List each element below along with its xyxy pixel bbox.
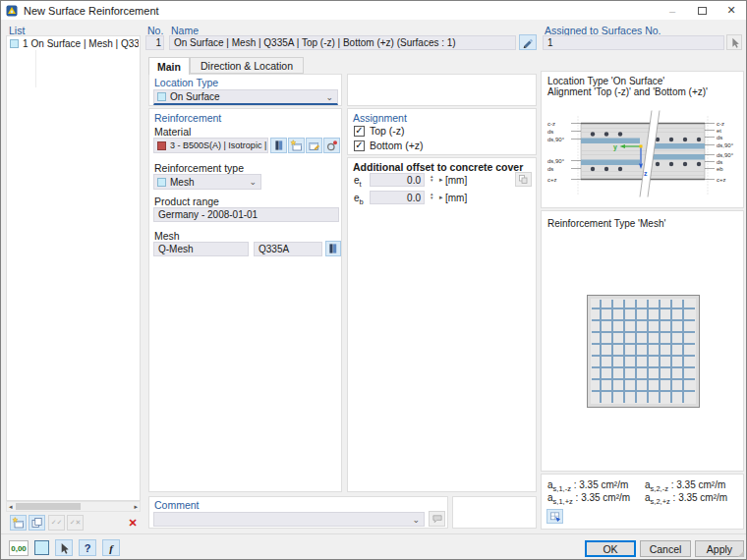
mesh-type-line: Reinforcement Type 'Mesh' xyxy=(547,218,665,229)
delete-item-button[interactable]: ✕ xyxy=(125,515,141,531)
help-icon: ? xyxy=(85,542,91,554)
select-all-button: ✓✓ xyxy=(48,515,65,531)
bottom-checkbox-row[interactable]: ✓ Bottom (+z) xyxy=(354,140,424,151)
comment-panel: Comment ⌄ xyxy=(148,496,448,529)
scroll-left-arrow[interactable]: ◂ xyxy=(9,503,13,511)
check-icon: ✓ xyxy=(355,140,363,150)
deselect-all-icon: ✓✕ xyxy=(70,519,82,527)
display-color-button[interactable] xyxy=(34,540,49,555)
resize-grip[interactable]: ◢ xyxy=(738,549,744,558)
assigned-value: 1 xyxy=(547,37,553,48)
top-checkbox[interactable]: ✓ xyxy=(354,126,365,137)
mesh-library-button[interactable] xyxy=(325,241,341,256)
reinforcement-type-label: Reinforcement type xyxy=(154,162,244,174)
list-item[interactable]: 1 On Surface | Mesh | Q335A | Top (-z) | xyxy=(8,37,139,50)
list-item-color-swatch xyxy=(10,39,19,48)
material-dropdown[interactable]: 3 - B500S(A) | Isotropic | Linear... ⌄ xyxy=(153,138,268,153)
apply-label: Apply xyxy=(707,543,732,555)
offset-top-input[interactable]: 0.0 xyxy=(370,173,425,187)
pick-mode-button[interactable] xyxy=(55,539,73,556)
new-material-button[interactable] xyxy=(288,138,305,153)
diagram-label: et xyxy=(717,128,721,134)
offset-top-detail-arrow[interactable]: ▸ xyxy=(439,176,443,184)
location-info-box: Location Type 'On Surface' Alignment 'To… xyxy=(541,71,744,208)
location-type-dropdown[interactable]: On Surface ⌄ xyxy=(153,89,338,105)
tab-main[interactable]: Main xyxy=(148,57,190,75)
list-item-label: On Surface | Mesh | Q335A | Top (-z) | xyxy=(31,38,139,49)
ok-button[interactable]: OK xyxy=(585,540,636,557)
app-icon xyxy=(6,5,18,17)
axis-y-label: y xyxy=(613,143,617,151)
pick-surfaces-button[interactable] xyxy=(726,34,742,50)
mesh-type-field: Q-Mesh xyxy=(153,242,249,256)
apply-button[interactable]: Apply xyxy=(695,540,744,557)
pick-cursor-icon xyxy=(58,542,70,554)
copy-icon xyxy=(30,517,43,530)
list-box: 1 On Surface | Mesh | Q335A | Top (-z) | xyxy=(6,35,141,501)
spin-down-icon[interactable]: ▾ xyxy=(431,196,433,199)
scroll-right-arrow[interactable]: ▸ xyxy=(134,503,138,511)
close-button[interactable]: ✕ xyxy=(717,1,746,20)
bottom-checkbox[interactable]: ✓ xyxy=(354,140,365,151)
sync-offsets-icon xyxy=(518,174,529,185)
top-checkbox-label: Top (-z) xyxy=(370,125,405,137)
info-line1: Location Type 'On Surface' xyxy=(547,76,664,86)
spin-down-icon[interactable]: ▾ xyxy=(431,178,433,182)
product-range-label: Product range xyxy=(154,196,219,207)
name-value: On Surface | Mesh | Q335A | Top (-z) | B… xyxy=(174,37,456,48)
edit-material-button[interactable] xyxy=(306,138,322,153)
cancel-button[interactable]: Cancel xyxy=(640,540,691,557)
offset-header: Additional offset to concrete cover xyxy=(353,161,523,173)
product-range-value: Germany - 2008-01-01 xyxy=(158,209,258,220)
script-button[interactable]: f xyxy=(102,539,120,556)
cancel-label: Cancel xyxy=(650,543,682,555)
as-value: as,1,+z : 3.35 cm²/m xyxy=(547,492,630,506)
offset-bottom-detail-arrow[interactable]: ▸ xyxy=(439,194,443,201)
maximize-icon xyxy=(698,7,707,15)
library-book-icon xyxy=(327,243,339,254)
new-item-button[interactable] xyxy=(10,515,27,531)
minimize-button[interactable]: – xyxy=(658,1,687,20)
check-icon: ✓ xyxy=(355,126,363,136)
reinforcement-type-dropdown[interactable]: Mesh ⌄ xyxy=(153,174,261,190)
offset-bottom-label-sub: b xyxy=(360,197,364,206)
tab-main-label: Main xyxy=(157,61,181,73)
offset-bottom-label: eb xyxy=(354,193,364,206)
copy-item-button[interactable] xyxy=(29,515,45,531)
maximize-button[interactable] xyxy=(687,1,717,20)
no-field[interactable]: 1 xyxy=(145,35,164,50)
comment-combobox[interactable]: ⌄ xyxy=(153,512,425,527)
assigned-field[interactable]: 1 xyxy=(543,35,724,50)
select-all-icon: ✓✓ xyxy=(51,519,63,527)
name-field[interactable]: On Surface | Mesh | Q335A | Top (-z) | B… xyxy=(169,35,516,50)
formula-icon: f xyxy=(109,542,113,554)
assignment-spacer-panel xyxy=(347,74,537,106)
as-details-button[interactable] xyxy=(546,509,563,524)
list-horizontal-scrollbar[interactable]: ◂ ▸ xyxy=(6,501,141,512)
title-bar[interactable]: New Surface Reinforcement – ✕ xyxy=(1,1,746,20)
top-checkbox-row[interactable]: ✓ Top (-z) xyxy=(354,125,405,137)
reinforcement-type-value: Mesh xyxy=(170,177,194,188)
offset-bottom-spinner[interactable]: ▴ ▾ xyxy=(431,192,433,199)
offset-top-spinner[interactable]: ▴ ▾ xyxy=(431,174,433,182)
comment-header: Comment xyxy=(154,499,200,511)
offset-top-label-sub: t xyxy=(360,180,362,189)
material-library-button[interactable] xyxy=(270,138,287,153)
as-number: 3.35 cm²/m xyxy=(676,479,725,490)
help-button[interactable]: ? xyxy=(79,539,96,556)
tab-direction-location[interactable]: Direction & Location xyxy=(190,57,304,74)
diagram-label: ds xyxy=(547,166,553,172)
offset-bottom-input[interactable]: 0.0 xyxy=(370,191,425,204)
reinforcement-type-swatch xyxy=(157,178,166,187)
bottom-checkbox-label: Bottom (+z) xyxy=(370,140,424,151)
rename-button[interactable] xyxy=(519,34,537,50)
units-button[interactable]: 0,00 xyxy=(9,540,29,556)
scroll-thumb[interactable] xyxy=(16,503,81,510)
material-options-button[interactable] xyxy=(323,138,340,153)
ok-label: OK xyxy=(603,543,617,555)
pencil-icon xyxy=(522,36,534,48)
diagram-label: c-z xyxy=(547,121,555,127)
gear-icon xyxy=(325,140,338,152)
new-icon xyxy=(290,140,303,152)
as-value: as,2,+z : 3.35 cm²/m xyxy=(645,492,727,506)
